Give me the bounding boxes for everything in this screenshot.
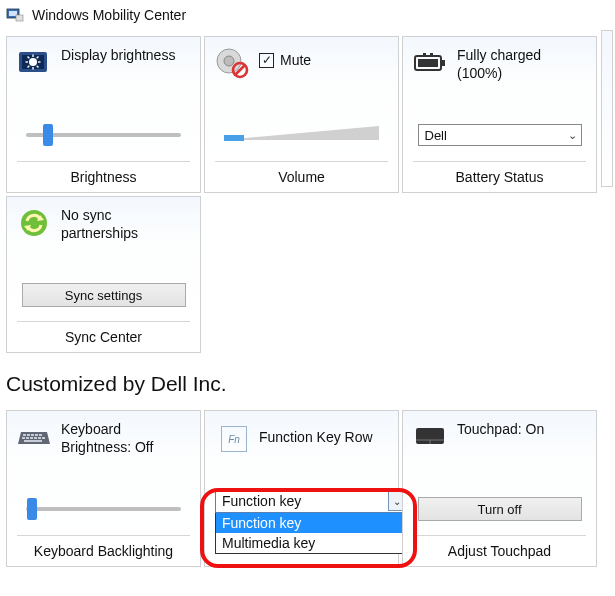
volume-slider[interactable] [224, 124, 379, 146]
svg-rect-37 [38, 437, 41, 439]
svg-rect-22 [423, 53, 426, 56]
fn-row-option-multimedia[interactable]: Multimedia key [216, 533, 408, 553]
touchpad-footer: Adjust Touchpad [413, 535, 586, 562]
kb-backlight-footer: Keyboard Backlighting [17, 535, 190, 562]
svg-rect-33 [22, 437, 25, 439]
svg-rect-30 [31, 434, 34, 436]
brightness-label: Display brightness [61, 46, 175, 64]
dell-tile-grid: Keyboard Brightness: Off Keyboard Backli… [0, 410, 615, 570]
brightness-footer: Brightness [17, 161, 190, 188]
tile-touchpad: Touchpad: On Turn off Adjust Touchpad [402, 410, 597, 567]
svg-rect-23 [430, 53, 433, 56]
sync-settings-button[interactable]: Sync settings [22, 283, 186, 307]
mute-checkbox[interactable]: ✓ Mute [259, 52, 311, 68]
svg-point-5 [29, 58, 37, 66]
sync-icon [17, 206, 51, 240]
battery-footer: Battery Status [413, 161, 586, 188]
fn-row-option-function[interactable]: Function key [216, 513, 408, 533]
power-plan-value: Dell [425, 128, 447, 143]
svg-rect-39 [24, 440, 42, 442]
battery-label: Fully charged (100%) [457, 46, 586, 82]
svg-marker-18 [224, 126, 379, 140]
svg-point-15 [224, 56, 234, 66]
speaker-muted-icon [215, 46, 249, 80]
touchpad-turnoff-button[interactable]: Turn off [418, 497, 582, 521]
kb-backlight-label: Keyboard Brightness: Off [61, 420, 190, 456]
svg-rect-36 [34, 437, 37, 439]
battery-icon [413, 46, 447, 80]
power-plan-select[interactable]: Dell ⌄ [418, 124, 582, 146]
main-tile-grid: Display brightness Brightness ✓ Mute [0, 30, 615, 356]
tile-edge-stub [601, 30, 613, 187]
svg-rect-29 [27, 434, 30, 436]
sync-label: No sync partnerships [61, 206, 190, 242]
svg-rect-28 [23, 434, 26, 436]
touchpad-icon [413, 420, 447, 454]
keyboard-icon [17, 420, 51, 454]
fn-row-menu: Function key Multimedia key [215, 513, 409, 554]
fn-row-label: Function Key Row [259, 428, 373, 446]
titlebar: Windows Mobility Center [0, 0, 615, 30]
tile-kb-backlight: Keyboard Brightness: Off Keyboard Backli… [6, 410, 201, 567]
volume-footer: Volume [215, 161, 388, 188]
brightness-slider[interactable] [26, 133, 181, 137]
tile-battery: Fully charged (100%) Dell ⌄ Battery Stat… [402, 36, 597, 193]
svg-rect-31 [35, 434, 38, 436]
svg-rect-32 [39, 434, 42, 436]
kb-backlight-slider[interactable] [26, 507, 181, 511]
sync-footer: Sync Center [17, 321, 190, 348]
fn-row-selected: Function key [222, 493, 301, 509]
fn-key-icon: Fn [215, 420, 249, 454]
svg-rect-35 [30, 437, 33, 439]
mobility-center-icon [6, 6, 24, 24]
tile-sync: No sync partnerships Sync settings Sync … [6, 196, 201, 353]
mute-label: Mute [280, 52, 311, 68]
brightness-icon [17, 46, 51, 80]
tile-brightness: Display brightness Brightness [6, 36, 201, 193]
tile-volume: ✓ Mute Volume [204, 36, 399, 193]
svg-rect-38 [42, 437, 45, 439]
fn-row-select[interactable]: Function key ⌄ Function key Multimedia k… [215, 489, 409, 554]
tile-fn-row: Fn Function Key Row Function key ⌄ Funct… [204, 410, 399, 567]
svg-rect-34 [26, 437, 29, 439]
touchpad-label: Touchpad: On [457, 420, 544, 438]
app-title: Windows Mobility Center [32, 7, 186, 23]
chevron-down-icon: ⌄ [568, 129, 577, 142]
svg-rect-21 [418, 59, 438, 67]
customized-heading: Customized by Dell Inc. [0, 356, 615, 410]
svg-rect-2 [16, 15, 23, 21]
svg-rect-20 [442, 60, 445, 66]
